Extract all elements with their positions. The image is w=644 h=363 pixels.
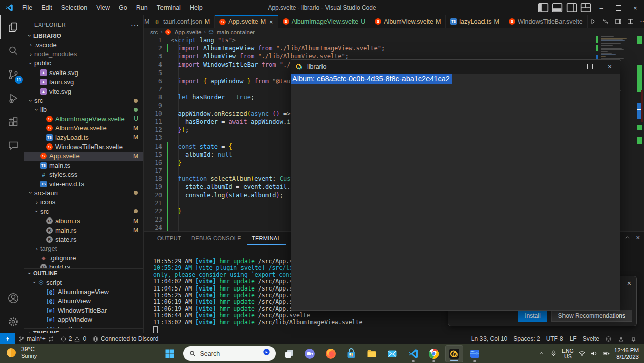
librario-close-button[interactable]: × bbox=[600, 60, 620, 74]
tree-item-vite-env.d.ts[interactable]: TSvite-env.d.ts bbox=[24, 179, 143, 188]
install-button[interactable]: Install bbox=[518, 310, 547, 322]
problems-item[interactable]: 2 0 bbox=[57, 333, 89, 344]
taskbar-app-chat[interactable] bbox=[301, 345, 319, 362]
git-branch-item[interactable]: main*+ bbox=[15, 333, 57, 344]
tree-item-icons[interactable]: ›icons bbox=[24, 198, 143, 207]
battery-icon[interactable] bbox=[602, 350, 610, 357]
tree-item-vite.svg[interactable]: ▲vite.svg bbox=[24, 87, 143, 96]
language-switcher[interactable]: ENG US bbox=[562, 348, 574, 359]
editor-scrollbar[interactable] bbox=[641, 90, 643, 122]
feedback-smiley-icon[interactable] bbox=[602, 333, 615, 344]
tab-close-icon[interactable]: × bbox=[269, 18, 273, 26]
workspace-section[interactable]: › LIBRARIO bbox=[24, 31, 143, 40]
taskbar-app-taskview[interactable] bbox=[280, 345, 298, 362]
microphone-icon[interactable] bbox=[550, 350, 557, 357]
breadcrumb-src[interactable]: src bbox=[150, 29, 158, 35]
explorer-icon[interactable] bbox=[0, 15, 25, 39]
bing-icon[interactable] bbox=[263, 348, 273, 359]
menu-selection[interactable]: Selection bbox=[57, 0, 92, 15]
tab-tauri.conf.json[interactable]: {}tauri.conf.jsonM bbox=[149, 15, 215, 28]
run-file-icon[interactable] bbox=[588, 16, 599, 27]
maximize-button[interactable] bbox=[610, 0, 627, 15]
tab-ME.md[interactable]: ME.md bbox=[143, 15, 149, 28]
taskbar-app-mail[interactable] bbox=[383, 345, 401, 362]
tab-AlbumView.svelte[interactable]: SAlbumView.svelteM bbox=[370, 15, 446, 28]
tree-item-src-tauri[interactable]: ›src-tauri bbox=[24, 188, 143, 197]
remote-indicator[interactable] bbox=[0, 333, 15, 344]
chat-icon[interactable] bbox=[0, 133, 25, 157]
tree-item-src[interactable]: ›src bbox=[24, 207, 143, 216]
account-icon[interactable] bbox=[0, 286, 25, 310]
more-actions-icon[interactable]: ⋯ bbox=[638, 16, 644, 27]
tree-item-album.rs[interactable]: Ralbum.rsM bbox=[24, 216, 143, 225]
tree-item-lazyLoad.ts[interactable]: TSlazyLoad.tsM bbox=[24, 133, 143, 142]
tree-item-public[interactable]: ›public bbox=[24, 59, 143, 68]
tree-item-WindowsTitleBar.svelte[interactable]: SWindowsTitleBar.svelte bbox=[24, 142, 143, 151]
language-mode[interactable]: Svelte bbox=[580, 333, 602, 344]
tab-AlbumImageView.svelte[interactable]: SAlbumImageView.svelteU bbox=[278, 15, 371, 28]
menu-edit[interactable]: Edit bbox=[37, 0, 57, 15]
run-debug-icon[interactable] bbox=[0, 86, 25, 110]
customize-layout-icon[interactable] bbox=[579, 0, 593, 15]
taskbar-app-store[interactable] bbox=[342, 345, 360, 362]
menu-help[interactable]: Help bbox=[185, 0, 207, 15]
menu-go[interactable]: Go bbox=[114, 0, 132, 15]
panel-tab-output[interactable]: OUTPUT bbox=[152, 232, 186, 245]
breadcrumb-symbol[interactable]: main.container bbox=[217, 29, 255, 35]
librario-minimize-button[interactable]: – bbox=[559, 60, 580, 74]
sync-icon[interactable] bbox=[48, 336, 54, 342]
encoding[interactable]: UTF-8 bbox=[543, 333, 567, 344]
toggle-panel-icon[interactable] bbox=[550, 0, 565, 15]
taskbar-app-librario[interactable] bbox=[445, 345, 463, 362]
panel-close-icon[interactable]: × bbox=[636, 234, 640, 241]
tree-item-.vscode[interactable]: ›.vscode bbox=[24, 40, 143, 49]
tree-item-tauri.svg[interactable]: ▲tauri.svg bbox=[24, 78, 143, 87]
tree-item-target[interactable]: ›target bbox=[24, 244, 143, 253]
outline-item-AlbumImageView[interactable]: [@]AlbumImageView bbox=[24, 287, 143, 296]
discord-status-item[interactable]: Connected to Discord bbox=[89, 333, 162, 344]
toggle-sidebar-icon[interactable] bbox=[536, 0, 550, 15]
tree-item-build.rs[interactable]: Rbuild.rs bbox=[24, 262, 143, 268]
tree-item-src[interactable]: ›src bbox=[24, 96, 143, 105]
settings-icon[interactable] bbox=[0, 310, 25, 333]
menu-file[interactable]: File bbox=[18, 0, 37, 15]
outline-item-appWindow[interactable]: [@]appWindow bbox=[24, 315, 143, 324]
tab-lazyLoad.ts[interactable]: TSlazyLoad.tsM bbox=[446, 15, 504, 28]
menu-view[interactable]: View bbox=[92, 0, 114, 15]
panel-tab-debug-console[interactable]: DEBUG CONSOLE bbox=[186, 232, 247, 245]
tree-item-lib[interactable]: ›lib bbox=[24, 105, 143, 114]
outline-item-AlbumView[interactable]: [@]AlbumView bbox=[24, 297, 143, 306]
show-recommendations-button[interactable]: Show Recommendations bbox=[551, 310, 632, 322]
tree-item-AlbumImageView.svelte[interactable]: SAlbumImageView.svelteU bbox=[24, 114, 143, 123]
hidden-icons-chevron[interactable] bbox=[538, 350, 545, 357]
split-editor-icon[interactable] bbox=[625, 16, 636, 27]
notifications-bell-icon[interactable] bbox=[627, 333, 640, 344]
librario-maximize-button[interactable] bbox=[580, 60, 600, 74]
extensions-icon[interactable] bbox=[0, 110, 25, 133]
profile-icon[interactable] bbox=[615, 333, 627, 344]
outline-item-WindowsTitleBar[interactable]: [@]WindowsTitleBar bbox=[24, 306, 143, 315]
menu-terminal[interactable]: Terminal bbox=[152, 0, 185, 15]
tree-item-styles.css[interactable]: #styles.css bbox=[24, 170, 143, 179]
taskbar-app-explorer-folder[interactable] bbox=[363, 345, 381, 362]
cursor-position[interactable]: Ln 33, Col 10 bbox=[468, 333, 510, 344]
tab-App.svelte[interactable]: SApp.svelteM× bbox=[215, 15, 278, 28]
panel-tab-terminal[interactable]: TERMINAL bbox=[247, 232, 286, 245]
breadcrumb-file[interactable]: App.svelte bbox=[175, 29, 202, 35]
indentation[interactable]: Spaces: 2 bbox=[510, 333, 543, 344]
tree-item-svelte.svg[interactable]: ▲svelte.svg bbox=[24, 68, 143, 77]
tree-item-state.rs[interactable]: Rstate.rs bbox=[24, 235, 143, 244]
volume-icon[interactable] bbox=[590, 350, 598, 357]
tree-item-main.rs[interactable]: Rmain.rsM bbox=[24, 226, 143, 235]
outline-section-header[interactable]: › OUTLINE bbox=[24, 268, 143, 278]
tree-item-AlbumView.svelte[interactable]: SAlbumView.svelteM bbox=[24, 124, 143, 133]
tab-WindowsTitleBar.svelte[interactable]: SWindowsTitleBar.svelte bbox=[504, 15, 588, 28]
open-preview-icon[interactable] bbox=[613, 16, 624, 27]
toast-close-icon[interactable]: × bbox=[627, 279, 631, 287]
toggle-secondary-sidebar-icon[interactable] bbox=[565, 0, 579, 15]
taskbar-search[interactable]: Search bbox=[183, 346, 276, 361]
close-button[interactable]: × bbox=[627, 0, 644, 15]
eol[interactable]: LF bbox=[567, 333, 580, 344]
wifi-icon[interactable] bbox=[578, 350, 586, 357]
taskbar-app-windowapp[interactable] bbox=[466, 345, 484, 362]
